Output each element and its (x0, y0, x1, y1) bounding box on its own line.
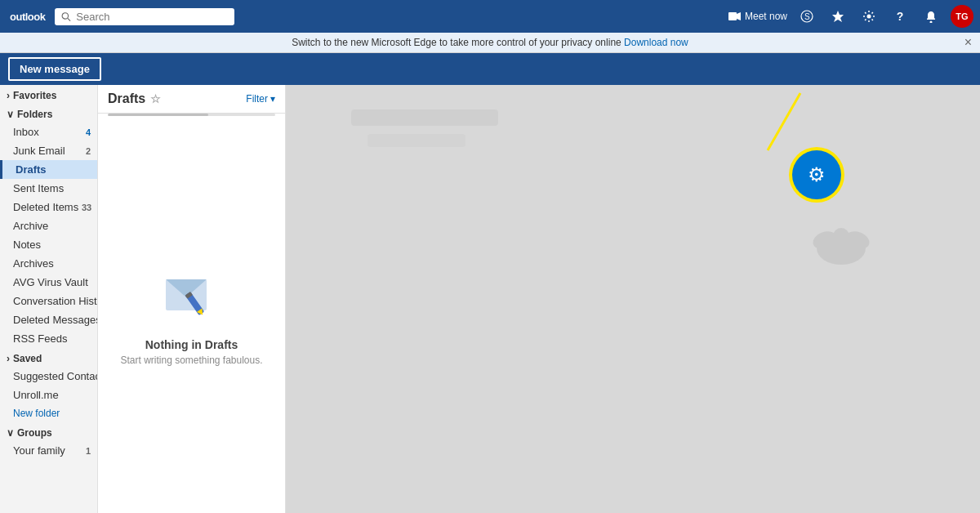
sidebar-item-archives[interactable]: Archives (0, 254, 97, 273)
ghost-bird (808, 216, 874, 276)
your-family-badge: 1 (78, 446, 91, 456)
user-avatar[interactable]: TG (951, 5, 973, 28)
sidebar-item-unroll[interactable]: Unroll.me (0, 386, 97, 404)
sidebar-item-junk-email[interactable]: Junk Email 2 (0, 141, 97, 160)
action-bar: New message (0, 53, 980, 85)
settings-circle-button[interactable]: ⚙ (792, 150, 841, 199)
meet-now-button[interactable]: Meet now (728, 11, 787, 22)
search-box[interactable] (55, 8, 234, 25)
search-input[interactable] (76, 11, 228, 23)
sidebar-item-rss[interactable]: RSS Feeds (0, 329, 97, 348)
sidebar-item-deleted-items[interactable]: Deleted Items 33 (0, 198, 97, 216)
search-icon (61, 11, 71, 22)
svg-marker-3 (737, 12, 741, 20)
notifications-icon[interactable] (920, 5, 942, 28)
suggested-label: Suggested Contacts (13, 370, 98, 382)
settings-icon-topbar[interactable] (858, 5, 880, 28)
main-layout: › Favorites ∨ Folders Inbox 4 Junk Email… (0, 85, 980, 513)
inbox-badge: 4 (78, 127, 91, 137)
download-now-link[interactable]: Download now (624, 37, 688, 48)
skype-icon[interactable]: S (795, 5, 818, 28)
svg-marker-6 (832, 11, 844, 22)
sidebar-item-inbox[interactable]: Inbox 4 (0, 123, 97, 141)
sidebar-item-archive[interactable]: Archive (0, 216, 97, 235)
top-bar-right: Meet now S ? TG (728, 5, 973, 28)
unroll-label: Unroll.me (13, 389, 59, 401)
conversation-label: Conversation History (13, 295, 98, 307)
chevron-right-icon: › (7, 90, 10, 101)
folders-header[interactable]: ∨ Folders (0, 104, 97, 123)
favorites-header[interactable]: › Favorites (0, 85, 97, 104)
yellow-pointer-line (735, 89, 833, 154)
archives-label: Archives (13, 257, 54, 270)
notification-bar: Switch to the new Microsoft Edge to take… (0, 33, 980, 53)
svg-point-0 (63, 12, 69, 18)
notification-text: Switch to the new Microsoft Edge to take… (292, 37, 624, 48)
chevron-down-icon: ∨ (7, 109, 14, 120)
outlook-logo: outlook (7, 11, 48, 23)
video-icon (728, 11, 742, 21)
favorites-label: Favorites (13, 90, 56, 101)
reading-pane: ⚙ (286, 85, 980, 513)
drafts-illustration (159, 263, 225, 328)
empty-state: Nothing in Drafts Start writing somethin… (98, 116, 285, 513)
empty-state-subtitle: Start writing something fabulous. (120, 355, 262, 366)
your-family-label: Your family (13, 444, 65, 457)
notification-close-button[interactable]: × (964, 35, 972, 50)
sent-items-label: Sent Items (13, 182, 64, 194)
filter-button[interactable]: Filter ▾ (246, 93, 275, 105)
empty-state-title: Nothing in Drafts (145, 338, 238, 351)
junk-badge: 2 (78, 146, 91, 156)
sidebar-item-suggested[interactable]: Suggested Contacts (0, 367, 97, 386)
help-icon[interactable]: ? (889, 5, 911, 28)
groups-header[interactable]: ∨ Groups (0, 422, 97, 441)
deleted-items-label: Deleted Items (13, 201, 78, 213)
ghost-shape-2 (368, 134, 466, 147)
chevron-right-saved-icon: › (7, 353, 10, 364)
svg-rect-2 (728, 12, 737, 20)
archive-label: Archive (13, 220, 48, 232)
sidebar: › Favorites ∨ Folders Inbox 4 Junk Email… (0, 85, 98, 513)
deleted-badge: 33 (78, 203, 91, 212)
avg-label: AVG Virus Vault (13, 276, 88, 288)
drafts-folder-title: Drafts (108, 91, 145, 106)
svg-point-17 (833, 228, 849, 244)
meet-now-label: Meet now (745, 11, 787, 22)
svg-line-18 (768, 93, 800, 150)
saved-label: Saved (13, 353, 42, 364)
sidebar-item-sent-items[interactable]: Sent Items (0, 179, 97, 198)
sidebar-item-drafts[interactable]: Drafts (0, 160, 97, 179)
chevron-down-groups-icon: ∨ (7, 427, 14, 439)
saved-header[interactable]: › Saved (0, 348, 97, 367)
notes-label: Notes (13, 239, 41, 251)
svg-text:S: S (804, 12, 810, 21)
gear-icon: ⚙ (808, 163, 826, 186)
rss-label: RSS Feeds (13, 332, 67, 345)
groups-label: Groups (17, 427, 52, 439)
sidebar-item-conversation[interactable]: Conversation History (0, 292, 97, 310)
new-message-button[interactable]: New message (8, 57, 101, 81)
inbox-label: Inbox (13, 126, 39, 138)
settings-overlay: ⚙ (792, 150, 841, 199)
svg-line-1 (68, 18, 70, 20)
filter-label: Filter (246, 93, 268, 105)
sidebar-item-notes[interactable]: Notes (0, 235, 97, 254)
deleted-messages-label: Deleted Messages (13, 314, 98, 326)
new-folder-link[interactable]: New folder (0, 404, 97, 422)
panel-title: Drafts ☆ (108, 91, 161, 106)
rewards-icon[interactable] (826, 5, 849, 28)
svg-point-7 (867, 15, 871, 19)
message-list-panel: Drafts ☆ Filter ▾ Nothi (98, 85, 286, 513)
sidebar-item-deleted-messages[interactable]: Deleted Messages (0, 310, 97, 329)
chevron-filter-icon: ▾ (270, 93, 275, 105)
svg-point-8 (930, 21, 933, 24)
sidebar-item-your-family[interactable]: Your family 1 (0, 441, 97, 460)
star-icon[interactable]: ☆ (150, 92, 161, 105)
ghost-shape-1 (351, 109, 498, 126)
sidebar-item-avg[interactable]: AVG Virus Vault (0, 273, 97, 292)
drafts-label: Drafts (16, 163, 47, 176)
panel-header: Drafts ☆ Filter ▾ (98, 85, 285, 114)
top-bar: outlook Meet now S (0, 0, 980, 33)
junk-email-label: Junk Email (13, 145, 65, 157)
folders-label: Folders (17, 109, 52, 120)
